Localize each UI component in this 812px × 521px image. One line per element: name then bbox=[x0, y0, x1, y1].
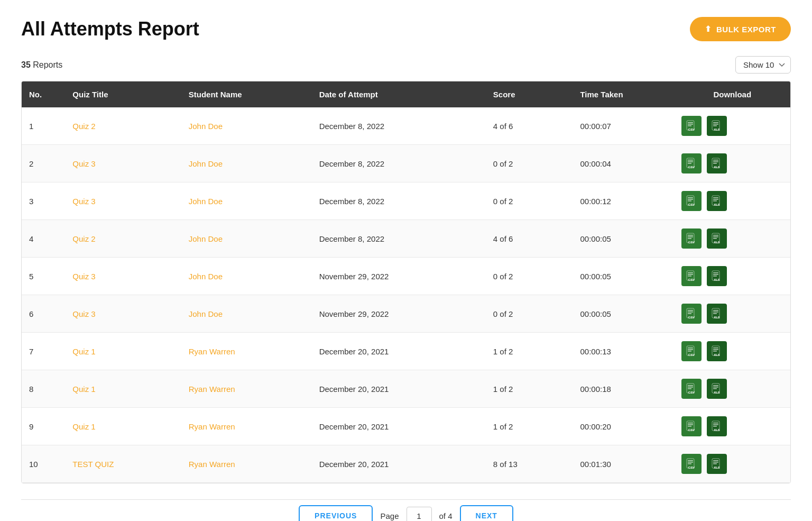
download-xls-button[interactable]: XLS bbox=[707, 228, 727, 249]
download-csv-button[interactable]: CSV bbox=[681, 341, 702, 361]
student-link[interactable]: John Doe bbox=[189, 309, 223, 318]
svg-rect-96 bbox=[713, 460, 718, 461]
quiz-link[interactable]: Quiz 1 bbox=[72, 385, 95, 394]
previous-button[interactable]: PREVIOUS bbox=[299, 505, 373, 521]
cell-download: CSV XLS bbox=[674, 333, 790, 370]
cell-download: CSV XLS bbox=[674, 107, 790, 145]
download-xls-button[interactable]: XLS bbox=[707, 416, 727, 436]
page-title: All Attempts Report bbox=[21, 18, 199, 40]
svg-text:XLS: XLS bbox=[714, 241, 721, 244]
svg-text:CSV: CSV bbox=[688, 316, 695, 319]
student-link[interactable]: John Doe bbox=[189, 234, 223, 243]
download-xls-button[interactable]: XLS bbox=[707, 379, 727, 399]
svg-rect-57 bbox=[713, 312, 718, 313]
col-no: No. bbox=[22, 81, 65, 107]
student-link[interactable]: John Doe bbox=[189, 122, 223, 131]
cell-download: CSV XLS bbox=[674, 408, 790, 445]
quiz-link[interactable]: Quiz 3 bbox=[72, 197, 95, 206]
show-select-wrapper: Show 5 Show 10 Show 25 Show 50 bbox=[735, 56, 791, 74]
quiz-link[interactable]: Quiz 1 bbox=[72, 422, 95, 431]
cell-no: 1 bbox=[22, 107, 65, 145]
svg-rect-8 bbox=[713, 125, 717, 126]
download-csv-button[interactable]: CSV bbox=[681, 191, 702, 211]
svg-rect-58 bbox=[713, 313, 717, 314]
quiz-link[interactable]: Quiz 3 bbox=[72, 272, 95, 281]
cell-time: 00:00:12 bbox=[573, 182, 674, 220]
svg-rect-23 bbox=[688, 200, 691, 202]
cell-download: CSV XLS bbox=[674, 370, 790, 408]
cell-download: CSV XLS bbox=[674, 220, 790, 258]
student-link[interactable]: John Doe bbox=[189, 197, 223, 206]
svg-rect-32 bbox=[688, 236, 693, 237]
cell-no: 3 bbox=[22, 182, 65, 220]
cell-student: Ryan Warren bbox=[181, 370, 312, 408]
download-xls-button[interactable]: XLS bbox=[707, 304, 727, 324]
student-link[interactable]: John Doe bbox=[189, 272, 223, 281]
cell-date: December 8, 2022 bbox=[312, 107, 486, 145]
svg-rect-42 bbox=[688, 274, 693, 275]
download-xls-button[interactable]: XLS bbox=[707, 153, 727, 173]
cell-score: 8 of 13 bbox=[486, 445, 573, 483]
cell-student: Ryan Warren bbox=[181, 445, 312, 483]
cell-date: December 8, 2022 bbox=[312, 145, 486, 182]
col-download: Download bbox=[674, 81, 790, 107]
bulk-export-label: BULK EXPORT bbox=[716, 25, 776, 34]
reports-count: 35 Reports bbox=[21, 60, 62, 70]
cell-time: 00:00:05 bbox=[573, 258, 674, 295]
svg-rect-1 bbox=[688, 122, 693, 123]
svg-rect-93 bbox=[688, 463, 691, 464]
cell-date: December 20, 2021 bbox=[312, 445, 486, 483]
student-link[interactable]: John Doe bbox=[189, 159, 223, 168]
svg-rect-61 bbox=[688, 348, 693, 349]
quiz-link[interactable]: Quiz 2 bbox=[72, 122, 95, 131]
quiz-link[interactable]: Quiz 3 bbox=[72, 309, 95, 318]
table-row: 5 Quiz 3 John Doe November 29, 2022 0 of… bbox=[22, 258, 790, 295]
svg-rect-72 bbox=[688, 387, 693, 388]
page-input[interactable] bbox=[407, 507, 432, 522]
show-select[interactable]: Show 5 Show 10 Show 25 Show 50 bbox=[735, 56, 791, 74]
col-quiz-title: Quiz Title bbox=[65, 81, 181, 107]
download-xls-button[interactable]: XLS bbox=[707, 341, 727, 361]
cell-download: CSV XLS bbox=[674, 182, 790, 220]
download-xls-button[interactable]: XLS bbox=[707, 454, 727, 474]
cell-date: December 20, 2021 bbox=[312, 408, 486, 445]
next-button[interactable]: NEXT bbox=[460, 505, 513, 521]
svg-rect-48 bbox=[713, 276, 717, 277]
svg-rect-28 bbox=[713, 200, 717, 202]
cell-score: 1 of 2 bbox=[486, 408, 573, 445]
download-csv-button[interactable]: CSV bbox=[681, 116, 702, 136]
cell-quiz: Quiz 1 bbox=[65, 408, 181, 445]
cell-date: December 8, 2022 bbox=[312, 220, 486, 258]
download-xls-button[interactable]: XLS bbox=[707, 116, 727, 136]
download-xls-button[interactable]: XLS bbox=[707, 266, 727, 286]
cell-time: 00:00:04 bbox=[573, 145, 674, 182]
student-link[interactable]: Ryan Warren bbox=[189, 422, 235, 431]
cell-time: 00:00:18 bbox=[573, 370, 674, 408]
download-csv-button[interactable]: CSV bbox=[681, 379, 702, 399]
quiz-link[interactable]: TEST QUIZ bbox=[72, 460, 114, 469]
cell-time: 00:00:20 bbox=[573, 408, 674, 445]
cell-quiz: Quiz 2 bbox=[65, 220, 181, 258]
svg-rect-76 bbox=[713, 385, 718, 386]
table-row: 9 Quiz 1 Ryan Warren December 20, 2021 1… bbox=[22, 408, 790, 445]
download-csv-button[interactable]: CSV bbox=[681, 304, 702, 324]
quiz-link[interactable]: Quiz 2 bbox=[72, 234, 95, 243]
student-link[interactable]: Ryan Warren bbox=[189, 347, 235, 356]
cell-quiz: Quiz 1 bbox=[65, 370, 181, 408]
download-xls-button[interactable]: XLS bbox=[707, 191, 727, 211]
download-csv-button[interactable]: CSV bbox=[681, 454, 702, 474]
svg-rect-68 bbox=[713, 351, 717, 352]
student-link[interactable]: Ryan Warren bbox=[189, 385, 235, 394]
download-csv-button[interactable]: CSV bbox=[681, 266, 702, 286]
download-csv-button[interactable]: CSV bbox=[681, 153, 702, 173]
svg-rect-86 bbox=[713, 423, 718, 424]
bulk-export-button[interactable]: ⬆ BULK EXPORT bbox=[690, 17, 791, 41]
quiz-link[interactable]: Quiz 1 bbox=[72, 347, 95, 356]
quiz-link[interactable]: Quiz 3 bbox=[72, 159, 95, 168]
reports-table-container: No. Quiz Title Student Name Date of Atte… bbox=[21, 81, 791, 483]
download-csv-button[interactable]: CSV bbox=[681, 228, 702, 249]
student-link[interactable]: Ryan Warren bbox=[189, 460, 235, 469]
cell-score: 4 of 6 bbox=[486, 107, 573, 145]
download-csv-button[interactable]: CSV bbox=[681, 416, 702, 436]
svg-rect-37 bbox=[713, 236, 718, 237]
